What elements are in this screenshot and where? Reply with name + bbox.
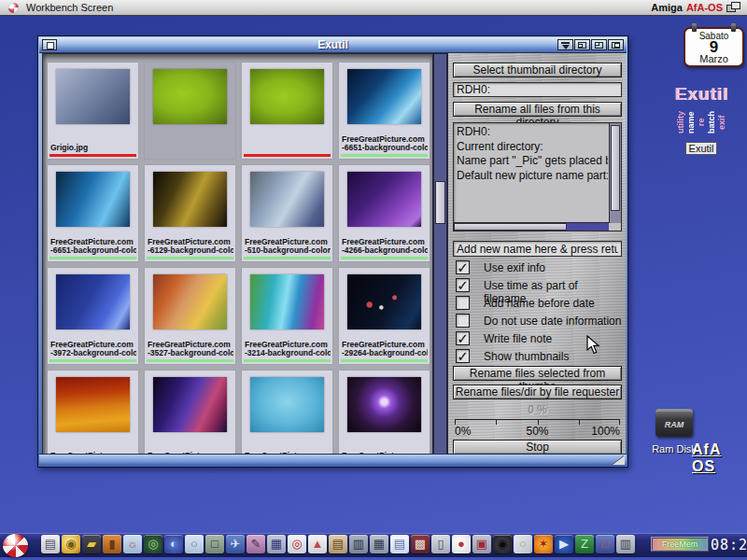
trashcan-icon[interactable]: ▯ xyxy=(431,535,450,553)
thumbnail-cell[interactable]: FreeGreatPicture.com-510-background-colo… xyxy=(242,165,332,261)
thumbnail-cell[interactable]: FreeGreatPicture.com-29264-background-co… xyxy=(339,268,430,364)
checkbox-box[interactable]: ✓ xyxy=(456,349,470,363)
exutil-word: batch xyxy=(708,105,716,139)
package-icon[interactable]: ▣ xyxy=(472,535,491,553)
depth-gadget-icon[interactable] xyxy=(608,39,624,50)
info-line: Current directory: xyxy=(457,140,608,155)
thumbnail-image xyxy=(56,274,130,329)
target-icon[interactable]: ◎ xyxy=(288,535,306,553)
thumbnail-cell[interactable]: Grigio.jpg xyxy=(48,63,138,159)
thumbnail-cell[interactable]: FreeGreatPicture.com-3214-background-col… xyxy=(242,268,332,364)
checkbox-use-time[interactable]: ✓Use time as part of filename xyxy=(453,278,622,295)
file-icon[interactable]: ▤ xyxy=(41,535,60,553)
progress-percentage: 0 % xyxy=(453,403,622,416)
picture-icon[interactable]: ☼ xyxy=(123,535,142,553)
typewriter-icon[interactable]: ▥ xyxy=(349,535,368,553)
cards-icon[interactable]: ▤ xyxy=(329,535,347,553)
status-underline xyxy=(147,257,233,259)
mountain-icon[interactable]: ▲ xyxy=(308,535,327,553)
scrollbar-thumb[interactable] xyxy=(435,181,445,224)
calendar-pin-icon xyxy=(692,23,697,32)
rename-requester-button[interactable]: Rename files/dir by file requester xyxy=(453,385,622,399)
checkbox-box[interactable]: ✓ xyxy=(456,260,470,274)
monitor-icon[interactable]: □ xyxy=(205,535,224,553)
thumbnail-cell[interactable]: FreeGreatPicture.com-6651-background-col… xyxy=(339,63,430,159)
thumbnail-cell[interactable]: FreeGreatPicture.com-4266-background-col… xyxy=(339,165,430,261)
painting-icon[interactable]: ▩ xyxy=(411,535,430,553)
thumbnail-cell[interactable]: FreeGreatPicture.com xyxy=(48,371,138,455)
printer-icon[interactable]: ▥ xyxy=(616,535,635,553)
checkbox-label: Do not use date information xyxy=(484,315,621,328)
boing-ball-dock-icon[interactable] xyxy=(3,534,28,557)
menubar: Workbench Screen AmigaAfA-OS xyxy=(0,0,747,16)
briefcase-icon[interactable]: ▮ xyxy=(103,535,121,553)
checkbox-box[interactable] xyxy=(456,296,470,310)
checkbox-box[interactable] xyxy=(456,314,470,328)
zoom-gadget-icon[interactable] xyxy=(591,39,607,50)
calendar-widget[interactable]: Sabato 9 Marzo xyxy=(684,27,744,67)
checkbox-add-name-before-date[interactable]: Add name before date xyxy=(453,296,622,313)
thumbnail-cell[interactable]: FreeGreatPicture.com-3972-background-col… xyxy=(48,268,138,364)
boing-ball-mini-icon xyxy=(8,3,19,13)
notepad-icon[interactable]: ▤ xyxy=(390,535,409,553)
scrollbar-thumb[interactable] xyxy=(454,223,567,231)
gold-disc-icon[interactable]: ◉ xyxy=(62,535,80,553)
paint-icon[interactable]: ✎ xyxy=(247,535,265,553)
thumb-filename2: -4266-background-color. xyxy=(342,246,428,255)
emblem-icon[interactable]: ◎ xyxy=(144,535,162,553)
thumbnail-cell[interactable] xyxy=(145,63,235,159)
exutil-word: utility xyxy=(677,105,685,139)
stop-button[interactable]: Stop xyxy=(453,440,622,455)
new-name-input[interactable] xyxy=(453,241,622,257)
globe-icon[interactable]: ◐ xyxy=(164,535,183,553)
info-horizontal-scrollbar[interactable] xyxy=(454,222,609,231)
info-vertical-scrollbar[interactable] xyxy=(609,123,621,223)
play-icon[interactable]: ▶ xyxy=(555,535,573,553)
status-underline xyxy=(244,359,331,362)
thumbnail-cell[interactable]: FreeGreatPicture.com-6651-background-col… xyxy=(48,165,138,261)
screen-icon[interactable]: □ xyxy=(596,535,614,553)
thumbnail-cell[interactable]: FreeGreatPicture.com xyxy=(145,371,235,455)
thumb-filename2: -3972-background-color.jpg xyxy=(50,349,136,357)
iconify-gadget-icon[interactable] xyxy=(557,39,573,50)
cd-icon[interactable]: ○ xyxy=(514,535,532,553)
zone-icon[interactable]: Z xyxy=(575,535,594,553)
thumbnail-image xyxy=(347,377,421,432)
screen-depth-gadget[interactable] xyxy=(726,2,742,13)
desktop-icon-exutil[interactable]: Exutil utility name re batch exif Exutil xyxy=(659,84,743,156)
checkbox-no-date-information[interactable]: Do not use date information xyxy=(453,314,622,330)
resize-gadget-icon[interactable] xyxy=(613,455,625,465)
rename-selected-button[interactable]: Rename files selected from thumbs xyxy=(453,366,622,381)
select-thumbnail-directory-button[interactable]: Select thumbnail directory xyxy=(453,63,622,77)
window-titlebar[interactable]: Exutil xyxy=(39,37,627,53)
thumbnail-cell[interactable]: FreeGreatPicture.com-3527-background-col… xyxy=(145,268,235,364)
thumbnail-cell[interactable] xyxy=(242,63,332,159)
checkbox-use-exif-info[interactable]: ✓Use exif info xyxy=(453,260,622,277)
status-underline xyxy=(341,154,428,157)
checkbox-label: Write file note xyxy=(484,332,552,345)
snapshot-gadget-icon[interactable] xyxy=(574,39,590,50)
vinyl-icon[interactable]: ◉ xyxy=(493,535,512,553)
plane-icon[interactable]: ✈ xyxy=(226,535,245,553)
rename-all-files-button[interactable]: Rename all files from this directory xyxy=(453,102,622,117)
window-grid-icon[interactable]: ▦ xyxy=(370,535,388,553)
info-listview[interactable]: RDH0: Current directory: Name part "_Pic… xyxy=(453,122,622,231)
thumbnail-cell[interactable]: FreeGreatPicture.com xyxy=(339,371,430,455)
fire-icon[interactable]: ✶ xyxy=(534,535,553,553)
magnifier-icon[interactable]: ○ xyxy=(185,535,204,553)
thumbnail-image xyxy=(153,274,227,329)
directory-field[interactable] xyxy=(453,82,622,97)
calendar-day: 9 xyxy=(685,41,742,53)
thumbnail-scrollbar[interactable] xyxy=(433,53,447,455)
scrollbar-thumb[interactable] xyxy=(611,125,620,211)
ball-icon[interactable]: ● xyxy=(452,535,471,553)
checkbox-box[interactable]: ✓ xyxy=(456,278,470,292)
thumbnail-cell[interactable]: FreeGreatPicture.com-6129-background-col… xyxy=(145,165,235,261)
calendar-month: Marzo xyxy=(685,53,742,64)
windows-icon[interactable]: ▦ xyxy=(267,535,286,553)
checkbox-box[interactable]: ✓ xyxy=(456,331,470,345)
info-line: Name part "_Pic" gets placed beh xyxy=(457,154,608,169)
folder-icon[interactable]: ▰ xyxy=(82,535,101,553)
exutil-word: re xyxy=(698,105,706,139)
thumbnail-cell[interactable]: FreeGreatPicture.com xyxy=(242,371,332,455)
